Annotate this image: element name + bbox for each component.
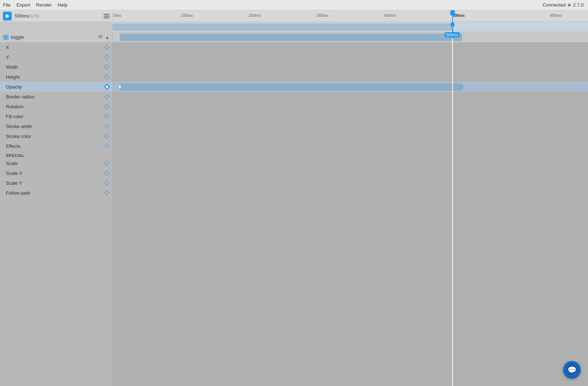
special-property-row-1: Scale X — [0, 168, 112, 178]
toggle-label: toggle — [11, 34, 24, 40]
current-time: 500ms/0.5s — [15, 13, 39, 19]
property-row-stroke-width: Stroke width — [0, 121, 112, 131]
toggle-anim-bar — [120, 34, 462, 41]
keyframe-diamond-1[interactable] — [104, 55, 109, 60]
special-property-name-2: Scale Y — [6, 180, 104, 186]
diamond-shape-3 — [104, 74, 109, 79]
property-row-effects: Effects — [0, 141, 112, 151]
keyframe-diamond-3[interactable] — [104, 74, 109, 79]
ruler-400ms: 400ms — [384, 13, 396, 18]
property-name-3: Height — [6, 74, 104, 80]
track-follow-path — [113, 181, 588, 191]
property-row-y: Y — [0, 52, 112, 62]
diamond-shape-5 — [104, 94, 109, 99]
property-row-rotation: Rotation — [0, 102, 112, 112]
diamond-shape-10 — [104, 143, 109, 149]
svg-rect-1 — [6, 35, 8, 37]
keyframe-diamond-6[interactable] — [104, 104, 109, 109]
keyframe-diamond-9[interactable] — [104, 134, 109, 139]
track-rotation — [113, 102, 588, 112]
scrubber-playhead-handle — [451, 23, 454, 26]
track-stroke-width — [113, 121, 588, 131]
playhead-label: 500ms — [444, 32, 459, 37]
track-x — [113, 42, 588, 52]
menu-export[interactable]: Export — [16, 2, 30, 8]
property-row-height: Height — [0, 72, 112, 82]
ruler-0ms: 0ms — [113, 13, 121, 18]
special-property-row-2: Scale Y — [0, 178, 112, 188]
diamond-shape-6 — [104, 104, 109, 109]
special-property-name-1: Scale X — [6, 170, 104, 176]
ruler-300ms: 300ms — [317, 13, 329, 18]
track-toggle — [113, 32, 588, 42]
keyframe-diamond-7[interactable] — [104, 114, 109, 119]
menu-bar: File Export Render Help Connected 2.7.0 — [0, 0, 588, 10]
special-diamond-shape-1 — [104, 170, 109, 176]
properties-list: XYWidthHeightOpacityBorder radiusRotatio… — [0, 42, 112, 151]
property-name-0: X — [6, 45, 104, 50]
diamond-shape-0 — [104, 45, 109, 50]
property-row-x: X — [0, 42, 112, 52]
diamond-shape-1 — [104, 55, 109, 60]
scrubber-track[interactable] — [113, 22, 588, 32]
chat-bubble[interactable]: 💬 — [563, 361, 581, 379]
timeline-ruler[interactable]: 0ms 100ms 200ms 300ms 400ms 500ms 600ms — [113, 10, 588, 22]
ruler-playhead-handle — [450, 10, 455, 15]
svg-rect-2 — [4, 38, 5, 40]
track-height — [113, 72, 588, 82]
menu-render[interactable]: Render — [36, 2, 52, 8]
special-keyframe-diamond-1[interactable] — [104, 170, 109, 176]
left-panel: toggle ▲ XYWidthHeightOpacityBorder radi… — [0, 32, 113, 386]
ruler-200ms: 200ms — [249, 13, 261, 18]
property-name-2: Width — [6, 64, 104, 70]
diamond-shape-8 — [104, 124, 109, 129]
play-button[interactable] — [3, 12, 12, 20]
track-fill-color — [113, 112, 588, 121]
special-diamond-shape-2 — [104, 180, 109, 185]
connected-dot-icon — [568, 4, 571, 7]
keyframe-diamond-5[interactable] — [104, 94, 109, 99]
opacity-anim-bar — [120, 83, 462, 91]
special-diamond-shape-0 — [104, 161, 109, 166]
special-keyframe-diamond-2[interactable] — [104, 180, 109, 185]
special-property-name-3: Follow path — [6, 190, 104, 196]
scrubber-filled — [113, 23, 452, 31]
time-current: 500ms — [15, 13, 29, 19]
hamburger-line-1 — [104, 14, 109, 15]
property-row-width: Width — [0, 62, 112, 72]
menu-file[interactable]: File — [3, 2, 11, 8]
timeline-tracks[interactable]: 500ms — [113, 32, 588, 386]
chevron-up-icon[interactable]: ▲ — [105, 35, 109, 40]
keyframe-diamond-0[interactable] — [104, 45, 109, 50]
diamond-shape-4 — [104, 84, 109, 89]
scrubber-playhead[interactable] — [452, 22, 453, 32]
property-row-opacity: Opacity — [0, 82, 112, 92]
property-row-border-radius: Border radius — [0, 92, 112, 102]
connected-label: Connected — [543, 2, 566, 8]
svg-rect-3 — [6, 38, 8, 40]
track-scale — [113, 151, 588, 161]
special-keyframe-diamond-0[interactable] — [104, 161, 109, 166]
special-keyframe-diamond-3[interactable] — [104, 190, 109, 195]
hamburger-line-3 — [104, 18, 109, 18]
menu-help[interactable]: Help — [57, 2, 67, 8]
keyframe-diamond-2[interactable] — [104, 64, 109, 70]
timeline-header: 500ms/0.5s 0ms 100ms 200ms 300ms 400ms 5… — [0, 10, 588, 22]
hamburger-menu[interactable] — [104, 14, 109, 18]
keyframe-diamond-4[interactable] — [104, 84, 109, 89]
track-border-radius — [113, 92, 588, 102]
property-name-8: Stroke width — [6, 124, 104, 129]
keyframe-diamond-8[interactable] — [104, 124, 109, 129]
eye-icon[interactable] — [98, 34, 103, 40]
svg-rect-0 — [4, 35, 5, 37]
chat-icon: 💬 — [567, 366, 577, 374]
play-icon — [6, 14, 10, 18]
property-name-5: Border radius — [6, 94, 104, 100]
track-effects — [113, 141, 588, 151]
property-row-fill-color: Fill color — [0, 112, 112, 121]
special-property-name-0: Scale — [6, 161, 104, 166]
keyframe-diamond-10[interactable] — [104, 143, 109, 149]
diamond-shape-2 — [104, 64, 109, 70]
track-width — [113, 62, 588, 72]
diamond-shape-7 — [104, 114, 109, 119]
